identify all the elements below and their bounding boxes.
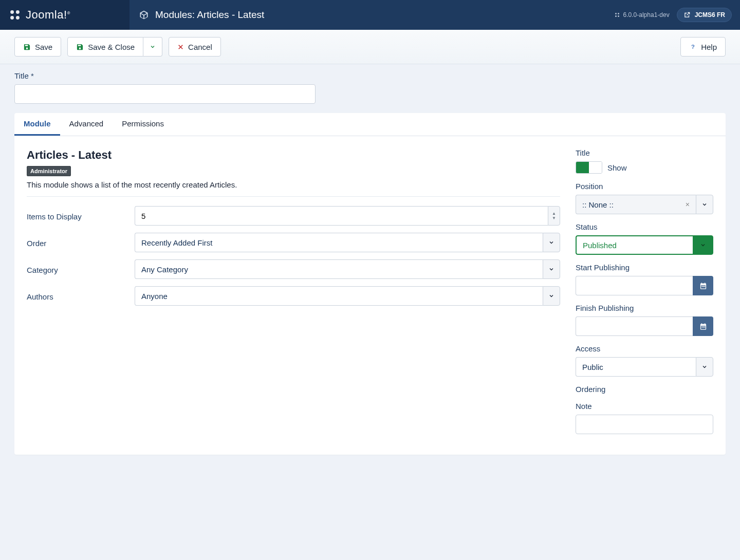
stepper-buttons[interactable]: ▲▼ (548, 206, 560, 226)
tab-advanced[interactable]: Advanced (60, 113, 113, 136)
main-column: Articles - Latest Administrator This mod… (27, 148, 560, 442)
field-category: Category Any Category (27, 259, 560, 279)
joomla-icon (8, 8, 22, 22)
version-link[interactable]: 6.0.0-alpha1-dev (614, 11, 670, 18)
close-icon (177, 44, 184, 50)
side-label: Position (576, 182, 713, 191)
select-toggle (543, 259, 560, 279)
position-select[interactable]: :: None :: × (576, 195, 713, 214)
toolbar: Save Save & Close Cancel ? Help (0, 30, 740, 64)
tabs: Module Advanced Permissions (14, 113, 726, 136)
help-icon: ? (689, 43, 697, 51)
svg-point-4 (615, 13, 617, 14)
user-name: JCMS6 FR (695, 11, 725, 18)
header-right: 6.0.0-alpha1-dev JCMS6 FR (614, 8, 740, 22)
side-field-finish-publishing: Finish Publishing (576, 304, 713, 336)
svg-point-0 (10, 10, 14, 14)
module-description: This module shows a list of the most rec… (27, 180, 560, 189)
finish-publishing-field (576, 316, 713, 336)
position-value: :: None :: (582, 200, 614, 209)
category-select[interactable]: Any Category (135, 259, 560, 279)
select-toggle (543, 233, 560, 252)
side-label: Ordering (576, 385, 713, 394)
select-value: Any Category (135, 259, 543, 279)
items-input-group: ▲▼ (135, 206, 560, 226)
select-toggle (543, 286, 560, 306)
side-field-position: Position :: None :: × (576, 182, 713, 214)
page-title: Modules: Articles - Latest (155, 9, 264, 21)
svg-point-7 (618, 15, 619, 17)
main-content: Title * Module Advanced Permissions Arti… (0, 64, 740, 469)
select-value: Anyone (135, 286, 543, 306)
side-column: Title Show Position :: None :: × (576, 148, 713, 442)
title-input[interactable] (14, 84, 316, 104)
side-field-note: Note (576, 402, 713, 434)
brand-text: Joomla!® (26, 8, 70, 22)
status-value: Published (576, 235, 693, 255)
note-input[interactable] (576, 415, 713, 434)
side-label: Finish Publishing (576, 304, 713, 312)
svg-point-6 (615, 15, 617, 17)
side-field-access: Access Public (576, 344, 713, 377)
cube-icon (139, 10, 149, 20)
side-label: Note (576, 402, 713, 410)
order-select[interactable]: Recently Added First (135, 233, 560, 252)
select-value: Recently Added First (135, 233, 543, 252)
authors-select[interactable]: Anyone (135, 286, 560, 306)
finish-publishing-input[interactable] (576, 316, 693, 336)
header-title-area: Modules: Articles - Latest (130, 9, 614, 21)
divider (27, 196, 560, 197)
side-field-ordering: Ordering (576, 385, 713, 394)
access-select[interactable]: Public (576, 357, 713, 377)
side-label: Start Publishing (576, 263, 713, 272)
chevron-down-icon (548, 293, 554, 299)
status-select[interactable]: Published (576, 235, 713, 255)
tab-container: Module Advanced Permissions Articles - L… (14, 113, 726, 455)
tab-module[interactable]: Module (14, 113, 60, 136)
svg-point-1 (16, 10, 20, 14)
chevron-down-icon (701, 364, 708, 370)
help-button[interactable]: ? Help (680, 37, 726, 57)
select-value: Public (576, 357, 696, 377)
svg-point-3 (16, 16, 20, 20)
side-label: Access (576, 344, 713, 353)
field-order: Order Recently Added First (27, 233, 560, 252)
side-label: Title (576, 148, 713, 157)
brand-logo-area[interactable]: Joomla!® (0, 0, 130, 30)
field-label: Category (27, 265, 135, 274)
field-label: Authors (27, 291, 135, 301)
chevron-down-icon (150, 44, 156, 50)
select-toggle (696, 357, 713, 377)
position-clear-icon[interactable]: × (686, 200, 690, 209)
top-header: Joomla!® Modules: Articles - Latest 6.0.… (0, 0, 740, 30)
save-icon (23, 43, 31, 51)
side-field-status: Status Published (576, 222, 713, 255)
chevron-down-icon (548, 266, 554, 272)
side-label: Status (576, 222, 713, 231)
field-items-to-display: Items to Display ▲▼ (27, 206, 560, 226)
calendar-icon (699, 323, 707, 330)
chevron-down-icon (701, 201, 708, 208)
tab-content: Articles - Latest Administrator This mod… (14, 136, 726, 455)
title-toggle[interactable] (576, 161, 602, 174)
calendar-button[interactable] (693, 316, 713, 336)
field-label: Items to Display (27, 211, 135, 221)
field-label: Order (27, 238, 135, 248)
user-menu[interactable]: JCMS6 FR (677, 8, 732, 22)
svg-text:?: ? (691, 44, 695, 50)
save-close-button[interactable]: Save & Close (67, 37, 143, 57)
items-input[interactable] (135, 206, 548, 226)
admin-badge: Administrator (27, 166, 71, 176)
save-close-group: Save & Close (67, 37, 162, 57)
svg-point-5 (618, 13, 619, 14)
tab-permissions[interactable]: Permissions (113, 113, 173, 136)
side-field-title: Title Show (576, 148, 713, 174)
side-field-start-publishing: Start Publishing (576, 263, 713, 295)
save-button[interactable]: Save (14, 37, 61, 57)
chevron-down-icon (700, 242, 706, 248)
cancel-button[interactable]: Cancel (169, 37, 221, 57)
calendar-button[interactable] (693, 276, 713, 295)
save-close-dropdown[interactable] (143, 37, 162, 57)
start-publishing-input[interactable] (576, 276, 693, 295)
select-toggle (693, 235, 713, 255)
